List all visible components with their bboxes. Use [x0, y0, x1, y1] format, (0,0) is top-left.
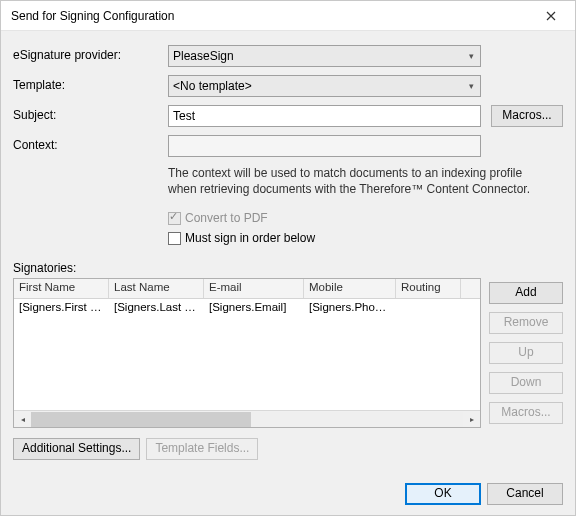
cell-email: [Signers.Email] — [204, 299, 304, 317]
down-button: Down — [489, 372, 563, 394]
signatories-table[interactable]: First Name Last Name E-mail Mobile Routi… — [13, 278, 481, 428]
context-label: Context: — [13, 135, 168, 152]
macros-row-button: Macros... — [489, 402, 563, 424]
cell-last-name: [Signers.Last Na... — [109, 299, 204, 317]
signatories-label: Signatories: — [13, 261, 481, 275]
provider-value: PleaseSign — [173, 49, 234, 63]
context-help-text: The context will be used to match docume… — [168, 165, 563, 197]
template-combo[interactable]: <No template> ▾ — [168, 75, 481, 97]
cancel-button[interactable]: Cancel — [487, 483, 563, 505]
additional-settings-button[interactable]: Additional Settings... — [13, 438, 140, 460]
table-header: First Name Last Name E-mail Mobile Routi… — [14, 279, 480, 299]
template-label: Template: — [13, 75, 168, 92]
dialog-content: eSignature provider: PleaseSign ▾ Templa… — [1, 31, 575, 515]
col-routing[interactable]: Routing — [396, 279, 461, 298]
cell-first-name: [Signers.First Na... — [14, 299, 109, 317]
col-first-name[interactable]: First Name — [14, 279, 109, 298]
dialog-footer: OK Cancel — [13, 473, 563, 505]
col-last-name[interactable]: Last Name — [109, 279, 204, 298]
provider-combo[interactable]: PleaseSign ▾ — [168, 45, 481, 67]
up-button: Up — [489, 342, 563, 364]
must-sign-label: Must sign in order below — [185, 231, 315, 245]
template-fields-button: Template Fields... — [146, 438, 258, 460]
convert-pdf-label: Convert to PDF — [185, 211, 268, 225]
macros-button[interactable]: Macros... — [491, 105, 563, 127]
ok-button[interactable]: OK — [405, 483, 481, 505]
title-bar: Send for Signing Configuration — [1, 1, 575, 31]
scroll-thumb[interactable] — [31, 412, 251, 427]
dialog-title: Send for Signing Configuration — [11, 9, 533, 23]
remove-button: Remove — [489, 312, 563, 334]
cell-routing — [396, 299, 461, 317]
table-body: [Signers.First Na... [Signers.Last Na...… — [14, 299, 480, 410]
signatory-buttons: Add Remove Up Down Macros... — [489, 261, 563, 428]
scroll-right-icon[interactable]: ▸ — [463, 411, 480, 428]
table-row[interactable]: [Signers.First Na... [Signers.Last Na...… — [14, 299, 480, 317]
context-input[interactable] — [168, 135, 481, 157]
scroll-track[interactable] — [31, 412, 463, 427]
col-mobile[interactable]: Mobile — [304, 279, 396, 298]
subject-label: Subject: — [13, 105, 168, 122]
scroll-left-icon[interactable]: ◂ — [14, 411, 31, 428]
dialog-window: Send for Signing Configuration eSignatur… — [0, 0, 576, 516]
provider-label: eSignature provider: — [13, 45, 168, 62]
add-button[interactable]: Add — [489, 282, 563, 304]
convert-pdf-checkbox — [168, 212, 181, 225]
must-sign-checkbox[interactable] — [168, 232, 181, 245]
horizontal-scrollbar[interactable]: ◂ ▸ — [14, 410, 480, 427]
close-icon — [546, 11, 556, 21]
cell-mobile: [Signers.Phone] — [304, 299, 396, 317]
close-button[interactable] — [533, 4, 569, 28]
chevron-down-icon: ▾ — [469, 81, 478, 91]
chevron-down-icon: ▾ — [469, 51, 478, 61]
subject-value: Test — [173, 109, 195, 123]
template-value: <No template> — [173, 79, 252, 93]
subject-input[interactable]: Test — [168, 105, 481, 127]
col-email[interactable]: E-mail — [204, 279, 304, 298]
